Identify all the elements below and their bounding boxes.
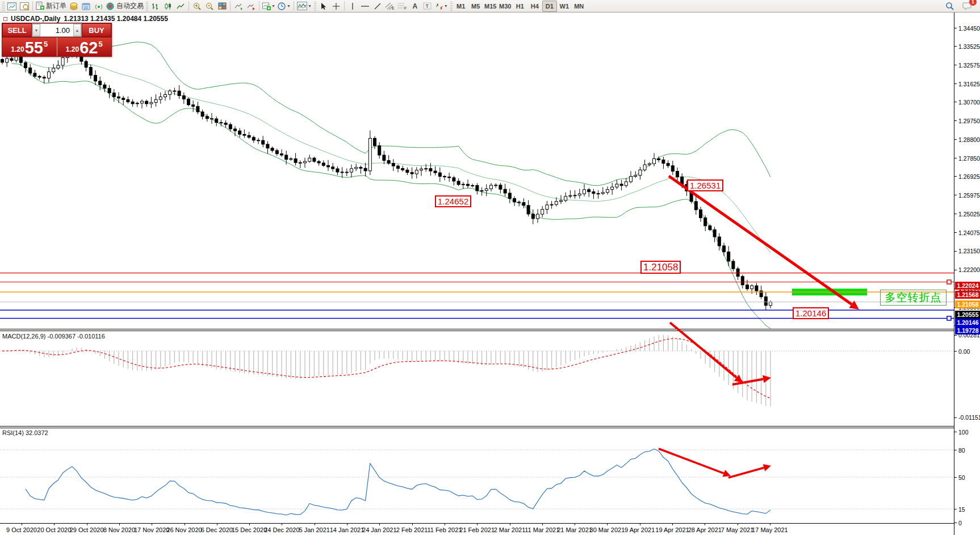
pane-separator[interactable] (0, 426, 954, 427)
trend-arrow-rsi-up[interactable] (728, 464, 771, 478)
candle-down (336, 169, 339, 172)
toolbar-separator (259, 1, 259, 11)
data-window-icon[interactable] (80, 1, 93, 12)
trend-note-box[interactable]: 多空转折点 (880, 290, 947, 306)
auto-scroll-icon[interactable] (232, 1, 245, 12)
arrows-dropdown[interactable]: ▼ (434, 1, 449, 12)
autotrading-button[interactable]: 自动交易 (105, 1, 145, 12)
date-axis-label: 17 Nov 2020 (134, 526, 169, 533)
candle-down (694, 202, 697, 210)
main-pane[interactable] (1, 42, 868, 328)
bar-chart-icon[interactable] (149, 1, 162, 12)
rsi-pane[interactable] (0, 449, 954, 515)
candle-up (480, 191, 483, 191)
trend-arrow-rsi-down[interactable] (659, 449, 731, 477)
buy-price-point: 5 (98, 40, 102, 48)
date-tick (119, 524, 120, 525)
chart-profile-icon[interactable] (18, 1, 31, 12)
line-drag-handle[interactable] (947, 316, 951, 320)
volume-value[interactable]: 1.00 (40, 26, 73, 35)
candle-down (257, 140, 260, 141)
toolbar-grip[interactable] (314, 2, 316, 11)
buy-price-display[interactable]: 1.20 62 5 (57, 37, 112, 56)
horizontal-line-tool[interactable] (359, 1, 371, 12)
notification-button[interactable]: 1 (961, 1, 973, 12)
tile-windows-icon[interactable] (216, 1, 228, 12)
zoom-in-icon[interactable] (191, 1, 203, 12)
buy-button[interactable]: BUY (82, 23, 111, 37)
new-chart-dropdown[interactable]: ▼ (261, 1, 277, 12)
zoom-out-icon[interactable] (203, 1, 216, 12)
search-icon[interactable] (944, 1, 956, 12)
equidistant-channel-tool[interactable]: E (384, 1, 396, 12)
timeframe-button-w1[interactable]: W1 (557, 1, 572, 12)
sell-button[interactable]: SELL (2, 23, 32, 37)
period-dropdown[interactable]: ▼ (277, 1, 292, 12)
candle-down (383, 155, 386, 161)
signals-icon[interactable] (93, 1, 105, 12)
timeframe-button-mn[interactable]: MN (572, 1, 587, 12)
timeframe-button-m30[interactable]: M30 (498, 1, 513, 12)
macd-pane[interactable] (0, 335, 954, 407)
timeframe-button-d1[interactable]: D1 (542, 1, 557, 12)
volume-decrease-button[interactable]: ▼ (32, 24, 40, 36)
macd-axis-label: 0.00 (954, 348, 970, 355)
trend-arrow-main[interactable] (669, 176, 859, 310)
candle-down (211, 119, 213, 119)
sell-price-display[interactable]: 1.20 55 5 (2, 37, 57, 56)
price-axis-label: 1.32575 (954, 61, 980, 69)
candle-down (29, 68, 32, 73)
cursor-icon[interactable] (317, 1, 330, 12)
timeframe-button-m15[interactable]: M15 (483, 1, 498, 12)
vertical-line-tool[interactable] (346, 1, 359, 12)
fibonacci-tool[interactable]: F (396, 1, 409, 12)
toolbar-grip[interactable] (450, 2, 453, 11)
candlestick-chart-icon[interactable] (162, 1, 174, 12)
chart-area[interactable] (0, 12, 954, 524)
candle-up (6, 58, 9, 62)
text-tool[interactable]: A (409, 1, 421, 12)
candle-down (476, 186, 479, 191)
date-axis-label: 21 Mar 2021 (557, 526, 592, 533)
trendline-tool[interactable] (371, 1, 384, 12)
trend-arrow-macd-down[interactable] (670, 323, 743, 383)
market-watch-icon[interactable] (68, 1, 80, 12)
price-annotation[interactable]: 1.24652 (435, 195, 471, 207)
date-axis[interactable]: 9 Oct 202020 Oct 202029 Oct 20208 Nov 20… (0, 524, 980, 535)
candle-down (262, 140, 265, 144)
chart-ohlc-values: 1.21313 1.21435 1.20484 1.20555 (64, 15, 168, 23)
text-label-tool[interactable]: T (421, 1, 434, 12)
timeframe-button-m1[interactable]: M1 (454, 1, 468, 12)
timeframe-button-h1[interactable]: H1 (513, 1, 527, 12)
crosshair-icon[interactable] (330, 1, 342, 12)
indicators-dropdown[interactable]: ▼ (296, 1, 313, 12)
chart-shift-icon[interactable] (245, 1, 257, 12)
price-annotation[interactable]: 1.20146 (793, 307, 829, 319)
price-axis[interactable]: 1.344501.335251.325751.316251.307001.297… (954, 12, 980, 535)
notification-count-badge: 1 (969, 0, 977, 6)
timeframe-button-m5[interactable]: M5 (468, 1, 483, 12)
date-tick (542, 524, 543, 525)
date-axis-label: 20 Oct 2020 (37, 526, 71, 533)
toolbar-grip[interactable] (146, 2, 148, 11)
candle-up (569, 195, 572, 196)
line-drag-handle[interactable] (947, 280, 951, 284)
price-annotation[interactable]: 1.26531 (687, 179, 723, 191)
candle-up (606, 190, 609, 193)
candle-down (709, 226, 711, 230)
pane-separator[interactable] (0, 331, 954, 331)
chart-window-icon[interactable] (6, 1, 18, 12)
date-tick (607, 524, 608, 525)
line-chart-icon[interactable] (174, 1, 187, 12)
autotrading-label: 自动交易 (116, 1, 144, 11)
new-order-button[interactable]: 新订单 (35, 1, 68, 12)
price-annotation[interactable]: 1.21058 (640, 261, 681, 274)
macd-signal-line (2, 338, 770, 398)
pane-separator[interactable] (0, 428, 954, 428)
pane-separator[interactable] (0, 329, 954, 329)
toolbar-grip[interactable] (2, 2, 5, 11)
new-order-icon (36, 2, 44, 10)
volume-increase-button[interactable]: ▲ (73, 24, 81, 36)
candle-down (406, 170, 409, 172)
timeframe-button-h4[interactable]: H4 (527, 1, 542, 12)
